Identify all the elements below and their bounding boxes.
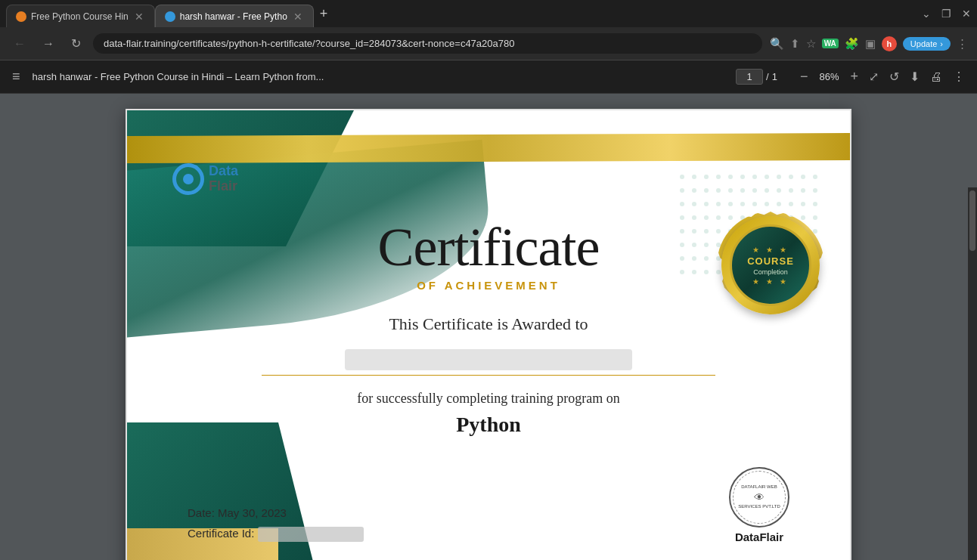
print-icon[interactable]: 🖨 [930, 70, 942, 84]
cert-stamp: DATAFLAIR WEB 👁 SERVICES PVT.LTD DataFla… [729, 467, 789, 543]
back-button[interactable]: ← [9, 34, 30, 54]
pdf-page-total: 1 [772, 71, 777, 82]
tab-1-close[interactable]: ✕ [133, 9, 145, 24]
account-icon[interactable]: h [882, 36, 897, 51]
title-bar: Free Python Course Hin ✕ harsh hanwar - … [0, 0, 977, 27]
logo-inner-circle [183, 174, 194, 184]
cert-date-value: May 30, 2023 [218, 506, 287, 519]
cert-subtitle: OF ACHIEVEMENT [172, 279, 805, 292]
cert-date-row: Date: May 30, 2023 [188, 503, 364, 523]
address-input[interactable] [93, 33, 762, 54]
logo-data: Data [209, 164, 238, 179]
cert-date-label: Date: [188, 506, 215, 519]
pdf-menu-icon[interactable]: ≡ [12, 69, 20, 85]
zoom-out-button[interactable]: − [796, 67, 813, 86]
cert-id-label: Certificate Id: [188, 527, 254, 540]
certificate: Data Flair ★ ★ ★ COURSE Completion ★ ★ ★… [126, 109, 851, 560]
badge-completion-label: Completion [753, 268, 788, 276]
cert-recipient-name [345, 349, 632, 370]
fit-page-icon[interactable]: ⤢ [869, 70, 879, 84]
pdf-viewer: Data Flair ★ ★ ★ COURSE Completion ★ ★ ★… [0, 94, 977, 560]
cert-completing: for successfully completing training pro… [172, 391, 805, 407]
logo-text: Data Flair [209, 164, 238, 194]
cert-details: Date: May 30, 2023 Certificate Id: [188, 503, 364, 543]
badge-course-label: COURSE [747, 255, 794, 267]
update-button[interactable]: Update › [903, 37, 951, 51]
cert-footer: Date: May 30, 2023 Certificate Id: DATAF… [172, 467, 805, 543]
pdf-toolbar: ≡ harsh hanwar - Free Python Course in H… [0, 60, 977, 94]
badge-stars-bottom: ★ ★ ★ [752, 277, 789, 286]
menu-icon[interactable]: ⋮ [957, 37, 968, 51]
pdf-page-input[interactable] [736, 69, 763, 85]
tab-2-label: harsh hanwar - Free Pytho [180, 11, 287, 22]
logo-icon [172, 163, 204, 195]
badge-outer: ★ ★ ★ COURSE Completion ★ ★ ★ [721, 216, 820, 314]
tab-bar: Free Python Course Hin ✕ harsh hanwar - … [6, 0, 919, 27]
rotate-icon[interactable]: ↺ [889, 70, 899, 84]
cert-awarded: This Certificate is Awarded to [172, 314, 805, 334]
scrollbar-thumb[interactable] [969, 190, 975, 251]
reader-icon[interactable]: ▣ [865, 37, 876, 51]
tab-1-favicon [16, 11, 26, 22]
download-icon[interactable]: ⬇ [910, 70, 920, 84]
refresh-button[interactable]: ↻ [67, 33, 85, 54]
share-icon[interactable]: ⬆ [790, 37, 800, 51]
tab-2-close[interactable]: ✕ [292, 9, 304, 24]
cert-logo: Data Flair [172, 163, 238, 195]
toolbar-icons: 🔍 ⬆ ☆ WA 🧩 ▣ h Update › ⋮ [770, 36, 968, 51]
chevron-icon: ⌄ [922, 8, 931, 20]
badge-inner: ★ ★ ★ COURSE Completion ★ ★ ★ [730, 224, 811, 306]
pdf-more-icon[interactable]: ⋮ [953, 70, 965, 84]
tab-1-label: Free Python Course Hin [31, 11, 129, 22]
stamp-circle: DATAFLAIR WEB 👁 SERVICES PVT.LTD [729, 467, 789, 528]
cert-name-line [172, 349, 805, 370]
forward-button[interactable]: → [38, 34, 59, 54]
tab-2-favicon [165, 11, 175, 22]
cert-divider [262, 375, 715, 376]
scrollbar[interactable] [968, 187, 977, 560]
logo-flair: Flair [209, 179, 238, 194]
pdf-zoom-value: 86% [815, 71, 842, 82]
address-bar: ← → ↻ 🔍 ⬆ ☆ WA 🧩 ▣ h Update › ⋮ [0, 27, 977, 60]
pdf-title: harsh hanwar - Free Python Course in Hin… [33, 71, 730, 82]
bookmark-icon[interactable]: ☆ [806, 37, 816, 51]
stamp-brand-label: DataFlair [735, 531, 783, 543]
cert-badge: ★ ★ ★ COURSE Completion ★ ★ ★ [721, 216, 820, 314]
pdf-page-info: / 1 [736, 69, 777, 85]
tab-2[interactable]: harsh hanwar - Free Pytho ✕ [155, 5, 314, 27]
close-icon[interactable]: ✕ [962, 8, 971, 20]
stamp-inner-text: DATAFLAIR WEB 👁 SERVICES PVT.LTD [735, 481, 783, 513]
pdf-page-divider: / [766, 71, 769, 82]
window-controls: ⌄ ❐ ✕ [922, 8, 971, 20]
pdf-zoom-group: − 86% + [796, 67, 863, 86]
zoom-in-button[interactable]: + [845, 67, 863, 86]
cert-id-row: Certificate Id: [188, 523, 364, 543]
cert-course-name: Python [172, 413, 805, 437]
wa-extension-icon[interactable]: WA [822, 39, 839, 48]
pdf-right-icons: ⤢ ↺ ⬇ 🖨 ⋮ [869, 70, 965, 84]
tab-1[interactable]: Free Python Course Hin ✕ [6, 5, 155, 27]
cert-title: Certificate [172, 216, 805, 279]
restore-icon[interactable]: ❐ [941, 8, 951, 20]
puzzle-icon[interactable]: 🧩 [845, 37, 859, 51]
cert-id-value [258, 527, 364, 542]
badge-stars: ★ ★ ★ [752, 246, 789, 254]
new-tab-button[interactable]: + [314, 6, 334, 22]
search-icon[interactable]: 🔍 [770, 37, 784, 51]
